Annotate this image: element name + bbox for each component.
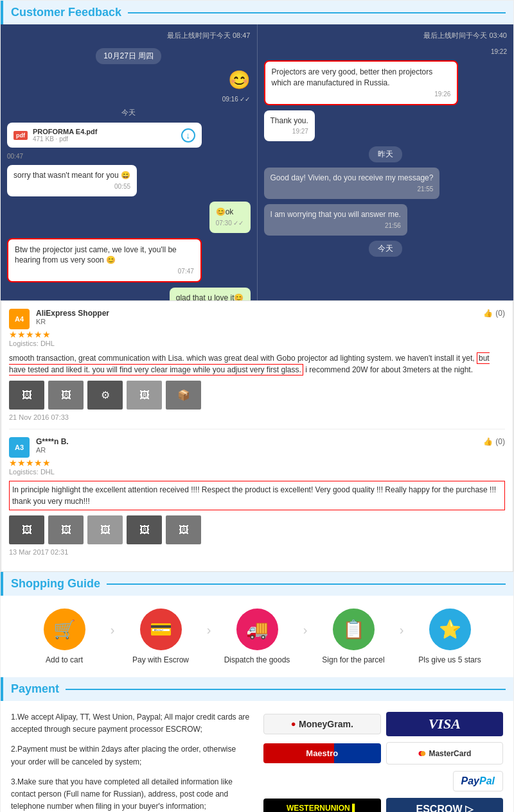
review-images-2: 🖼 🖼 🖼 🖼 🖼	[9, 515, 505, 544]
msg-worrying: I am worrying that you will answer me. 2…	[264, 204, 407, 236]
arrow-2: ›	[199, 623, 218, 637]
review-img: 🖼	[9, 381, 44, 410]
review-item-2: A3 G****n B. AR 👍 (0) ★★★★★ Logistics: D…	[9, 437, 505, 564]
guide-step-dispatch: 🚚 Dispatch the goods	[218, 609, 296, 664]
pay-icon: 💳	[140, 609, 182, 650]
reviewer-country-2: AR	[36, 446, 477, 454]
customer-feedback-header: Customer Feedback	[1, 1, 513, 24]
mastercard-logo: ●● MasterCard	[386, 742, 504, 764]
stars-label: Pls give us 5 stars	[418, 655, 481, 664]
logistics-2: Logistics: DHL	[9, 468, 505, 476]
reviewer-info-2: G****n B. AR	[36, 437, 477, 454]
review-item-1: A4 AliExpress Shopper KR 👍 (0) ★★★★★ Log…	[9, 309, 505, 429]
review-img: 🖼	[127, 515, 162, 544]
shopping-guide-steps: 🛒 Add to cart › 💳 Pay with Escrow › 🚚 Di…	[1, 596, 513, 677]
file-name: PROFORMA E4.pdf	[33, 128, 97, 135]
guide-step-sign: 📋 Sign for the parcel	[315, 609, 392, 664]
right-yesterday: 昨天	[369, 146, 402, 162]
reviewer-name-2: G****n B.	[36, 437, 477, 446]
left-today: 今天	[7, 108, 251, 117]
westernunion-logo: WESTERN UNION ▌	[263, 799, 381, 812]
payment-text-2: 2.Payment must be within 2days after pla…	[11, 743, 251, 768]
review-img: 🖼	[87, 515, 123, 544]
sign-icon: 📋	[333, 609, 375, 650]
payment-section: 1.We accept Alipay, TT, West Union, Payp…	[1, 701, 513, 812]
review-img: 🖼	[9, 515, 44, 544]
msg-glad: glad that u love it😊 07:48 ✓✓	[170, 288, 251, 300]
payment-title: Payment	[11, 682, 59, 696]
review-date-2: 13 Mar 2017 02:31	[9, 548, 505, 556]
thumb-up-2[interactable]: 👍 (0)	[483, 437, 505, 446]
left-date-bubble: 10月27日 周四	[96, 48, 161, 64]
chat-panel-left: 最后上线时间于今天 08:47 10月27日 周四 😊 09:16 ✓✓ 今天 …	[1, 24, 258, 300]
escrow-logo: ESCROW ▷	[386, 798, 504, 812]
reviewer-badge-2: A3	[9, 437, 30, 458]
review-img: 🖼	[127, 381, 162, 410]
visa-logo: VISA	[386, 712, 504, 736]
chat-screenshot: 最后上线时间于今天 08:47 10月27日 周四 😊 09:16 ✓✓ 今天 …	[1, 24, 513, 300]
dispatch-label: Dispatch the goods	[224, 655, 290, 664]
sign-label: Sign for the parcel	[322, 655, 384, 664]
reviewer-info-1: AliExpress Shopper KR	[36, 309, 477, 325]
reviews-section: A4 AliExpress Shopper KR 👍 (0) ★★★★★ Log…	[1, 300, 513, 572]
cart-icon: 🛒	[44, 609, 85, 650]
download-icon: ↓	[181, 128, 195, 143]
pay-label: Pay with Escrow	[132, 655, 189, 664]
logistics-1: Logistics: DHL	[9, 340, 505, 347]
payment-text-1: 1.We accept Alipay, TT, West Union, Payp…	[11, 711, 251, 736]
review-date-1: 21 Nov 2016 07:33	[9, 413, 505, 421]
paypal-logo: PayPal	[453, 771, 503, 791]
moneygram-logo: ● MoneyGram.	[263, 714, 381, 734]
arrow-1: ›	[103, 623, 122, 637]
review-img: 🖼	[48, 515, 84, 544]
chat-panel-right: 最后上线时间于今天 03:40 19:22 Projectors are ver…	[258, 24, 514, 300]
dispatch-icon: 🚚	[236, 609, 278, 650]
right-status: 最后上线时间于今天 03:40	[264, 31, 508, 40]
maestro-logo: Maestro	[263, 743, 381, 763]
msg-sorry: sorry that wasn't meant for you 😄 00:55	[7, 165, 137, 196]
review-img: 🖼	[48, 381, 84, 410]
review-images-1: 🖼 🖼 ⚙ 🖼 📦	[9, 381, 505, 410]
payment-logos: ● MoneyGram. VISA Maestro ●● MasterCard …	[263, 711, 503, 812]
file-size: 471 KB · pdf	[33, 135, 97, 143]
payment-text: 1.We accept Alipay, TT, West Union, Payp…	[11, 711, 251, 812]
left-status: 最后上线时间于今天 08:47	[7, 31, 251, 40]
file-bubble: pdf PROFORMA E4.pdf 471 KB · pdf ↓	[7, 123, 202, 148]
msg-projectors-good: Projectors are very good, better then pr…	[264, 60, 459, 105]
right-today: 今天	[369, 241, 402, 257]
review-text-1: smooth transaction, great communication …	[9, 352, 505, 376]
msg-projector-love: Btw the projector just came, we love it,…	[7, 238, 202, 283]
review-img: ⚙	[87, 381, 123, 410]
cart-label: Add to cart	[46, 655, 83, 664]
thumb-up-1[interactable]: 👍 (0)	[483, 309, 505, 318]
stars-icon: ⭐	[429, 609, 471, 650]
reviewer-badge-1: A4	[9, 309, 30, 329]
msg-good-day: Good day! Vivien, do you receive my mess…	[264, 168, 440, 199]
msg-ok: 😊ok 07:30 ✓✓	[209, 202, 251, 233]
stars-1: ★★★★★	[9, 329, 505, 340]
arrow-4: ›	[392, 623, 411, 637]
reviewer-country-1: KR	[36, 318, 477, 325]
payment-text-3: 3.Make sure that you have completed all …	[11, 776, 251, 812]
shopping-guide-title: Shopping Guide	[11, 577, 100, 591]
shopping-guide-header: Shopping Guide	[1, 572, 513, 596]
guide-step-stars: ⭐ Pls give us 5 stars	[411, 609, 488, 664]
stars-2: ★★★★★	[9, 458, 505, 468]
guide-step-pay: 💳 Pay with Escrow	[122, 609, 199, 664]
payment-header: Payment	[1, 677, 513, 701]
reviewer-platform-1: AliExpress Shopper	[36, 309, 477, 318]
guide-step-cart: 🛒 Add to cart	[26, 609, 103, 664]
pdf-icon: pdf	[13, 131, 28, 140]
arrow-3: ›	[296, 623, 315, 637]
review-img: 📦	[166, 381, 201, 410]
msg-thank-you: Thank you. 19:27	[264, 110, 315, 142]
review-text-2: In principle highlight the excellent att…	[9, 481, 505, 510]
customer-feedback-title: Customer Feedback	[11, 6, 121, 19]
review-img: 🖼	[166, 515, 201, 544]
